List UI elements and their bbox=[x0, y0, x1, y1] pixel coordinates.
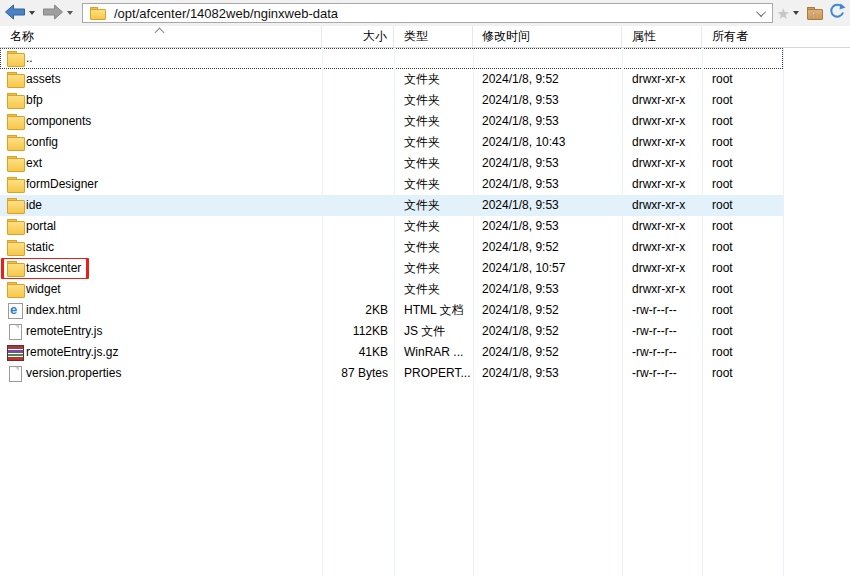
file-name-cell: assets bbox=[0, 69, 322, 90]
file-type: 文件夹 bbox=[394, 132, 473, 153]
file-size bbox=[322, 48, 394, 69]
table-row[interactable]: remoteEntry.js 112KB JS 文件 2024/1/8, 9:5… bbox=[0, 321, 783, 342]
file-modified: 2024/1/8, 10:43 bbox=[473, 132, 622, 153]
file-size: 87 Bytes bbox=[322, 363, 394, 384]
column-header-type[interactable]: 类型 bbox=[394, 26, 473, 47]
html-icon bbox=[6, 302, 24, 319]
file-name-cell: ext bbox=[0, 153, 322, 174]
back-arrow-icon bbox=[4, 4, 26, 23]
file-owner: root bbox=[702, 279, 783, 300]
folder-icon bbox=[6, 218, 24, 235]
file-size bbox=[322, 279, 394, 300]
file-name-cell: remoteEntry.js bbox=[0, 321, 322, 342]
file-size: 2KB bbox=[322, 300, 394, 321]
file-name: version.properties bbox=[26, 363, 121, 384]
file-type: 文件夹 bbox=[394, 258, 473, 279]
file-name: ide bbox=[26, 195, 42, 216]
file-owner: root bbox=[702, 321, 783, 342]
file-type bbox=[394, 48, 473, 69]
bookmark-button[interactable]: ★ bbox=[777, 2, 790, 24]
file-icon bbox=[6, 365, 24, 382]
table-row[interactable]: taskcenter 文件夹 2024/1/8, 10:57 drwxr-xr-… bbox=[0, 258, 783, 279]
table-row[interactable]: formDesigner 文件夹 2024/1/8, 9:53 drwxr-xr… bbox=[0, 174, 783, 195]
file-name-wrap: assets bbox=[6, 69, 61, 90]
file-name-wrap: config bbox=[6, 132, 58, 153]
file-owner: root bbox=[702, 111, 783, 132]
file-owner: root bbox=[702, 195, 783, 216]
table-row[interactable]: widget 文件夹 2024/1/8, 9:53 drwxr-xr-x roo… bbox=[0, 279, 783, 300]
table-row[interactable]: components 文件夹 2024/1/8, 9:53 drwxr-xr-x… bbox=[0, 111, 783, 132]
file-name-cell: config bbox=[0, 132, 322, 153]
table-row[interactable]: .. bbox=[0, 48, 783, 69]
file-name-cell: formDesigner bbox=[0, 174, 322, 195]
star-icon: ★ bbox=[777, 6, 790, 21]
table-row[interactable]: static 文件夹 2024/1/8, 9:52 drwxr-xr-x roo… bbox=[0, 237, 783, 258]
file-owner: root bbox=[702, 216, 783, 237]
parent-directory-button[interactable]: ↑ bbox=[806, 2, 824, 24]
table-row[interactable]: portal 文件夹 2024/1/8, 9:53 drwxr-xr-x roo… bbox=[0, 216, 783, 237]
column-header-modified[interactable]: 修改时间 bbox=[473, 26, 622, 47]
table-row[interactable]: version.properties 87 Bytes PROPERT... 2… bbox=[0, 363, 783, 384]
file-name-wrap: components bbox=[6, 111, 91, 132]
folder-icon bbox=[6, 155, 24, 172]
file-owner: root bbox=[702, 153, 783, 174]
file-size bbox=[322, 216, 394, 237]
file-modified bbox=[473, 48, 622, 69]
folder-icon bbox=[6, 239, 24, 256]
column-header-owner[interactable]: 所有者 bbox=[702, 26, 783, 47]
navigation-toolbar: /opt/afcenter/14082web/nginxweb-data ★ ↑ bbox=[0, 0, 850, 26]
file-type: 文件夹 bbox=[394, 279, 473, 300]
file-name: bfp bbox=[26, 90, 43, 111]
back-button[interactable] bbox=[4, 2, 26, 24]
file-name-wrap: static bbox=[6, 237, 54, 258]
file-name-wrap: taskcenter bbox=[6, 258, 81, 279]
refresh-icon bbox=[828, 3, 846, 23]
file-icon bbox=[6, 323, 24, 340]
column-header-attrs[interactable]: 属性 bbox=[622, 26, 702, 47]
table-row[interactable]: index.html 2KB HTML 文档 2024/1/8, 9:52 -r… bbox=[0, 300, 783, 321]
column-header-size[interactable]: 大小 bbox=[322, 26, 394, 47]
file-type: 文件夹 bbox=[394, 69, 473, 90]
file-owner: root bbox=[702, 69, 783, 90]
file-size bbox=[322, 195, 394, 216]
file-owner: root bbox=[702, 300, 783, 321]
bookmark-dropdown[interactable] bbox=[790, 2, 802, 24]
table-row[interactable]: remoteEntry.js.gz 41KB WinRAR ... 2024/1… bbox=[0, 342, 783, 363]
grid-line bbox=[783, 48, 784, 576]
table-row[interactable]: assets 文件夹 2024/1/8, 9:52 drwxr-xr-x roo… bbox=[0, 69, 783, 90]
file-attrs: -rw-r--r-- bbox=[622, 342, 702, 363]
file-size bbox=[322, 174, 394, 195]
chevron-down-icon[interactable] bbox=[756, 7, 766, 17]
file-owner: root bbox=[702, 342, 783, 363]
file-attrs: drwxr-xr-x bbox=[622, 90, 702, 111]
folder-icon bbox=[6, 197, 24, 214]
file-name-cell: .. bbox=[0, 48, 322, 69]
refresh-button[interactable] bbox=[828, 2, 846, 24]
back-history-dropdown[interactable] bbox=[26, 2, 38, 24]
file-name-wrap: widget bbox=[6, 279, 61, 300]
folder-icon bbox=[6, 71, 24, 88]
file-owner: root bbox=[702, 90, 783, 111]
address-bar[interactable]: /opt/afcenter/14082web/nginxweb-data bbox=[82, 3, 773, 23]
file-owner bbox=[702, 48, 783, 69]
file-name-wrap: formDesigner bbox=[6, 174, 98, 195]
file-name: ext bbox=[26, 153, 42, 174]
file-modified: 2024/1/8, 9:52 bbox=[473, 321, 622, 342]
file-attrs: drwxr-xr-x bbox=[622, 69, 702, 90]
file-name: static bbox=[26, 237, 54, 258]
table-row[interactable]: bfp 文件夹 2024/1/8, 9:53 drwxr-xr-x root bbox=[0, 90, 783, 111]
file-type: 文件夹 bbox=[394, 237, 473, 258]
forward-history-dropdown[interactable] bbox=[64, 2, 76, 24]
forward-button[interactable] bbox=[42, 2, 64, 24]
table-row[interactable]: ext 文件夹 2024/1/8, 9:53 drwxr-xr-x root bbox=[0, 153, 783, 174]
file-attrs: drwxr-xr-x bbox=[622, 174, 702, 195]
file-name: remoteEntry.js bbox=[26, 321, 102, 342]
table-row[interactable]: ide 文件夹 2024/1/8, 9:53 drwxr-xr-x root bbox=[0, 195, 783, 216]
table-row[interactable]: config 文件夹 2024/1/8, 10:43 drwxr-xr-x ro… bbox=[0, 132, 783, 153]
file-type: HTML 文档 bbox=[394, 300, 473, 321]
file-name: assets bbox=[26, 69, 61, 90]
folder-icon bbox=[6, 176, 24, 193]
file-attrs: -rw-r--r-- bbox=[622, 363, 702, 384]
file-name-cell: version.properties bbox=[0, 363, 322, 384]
file-size bbox=[322, 111, 394, 132]
